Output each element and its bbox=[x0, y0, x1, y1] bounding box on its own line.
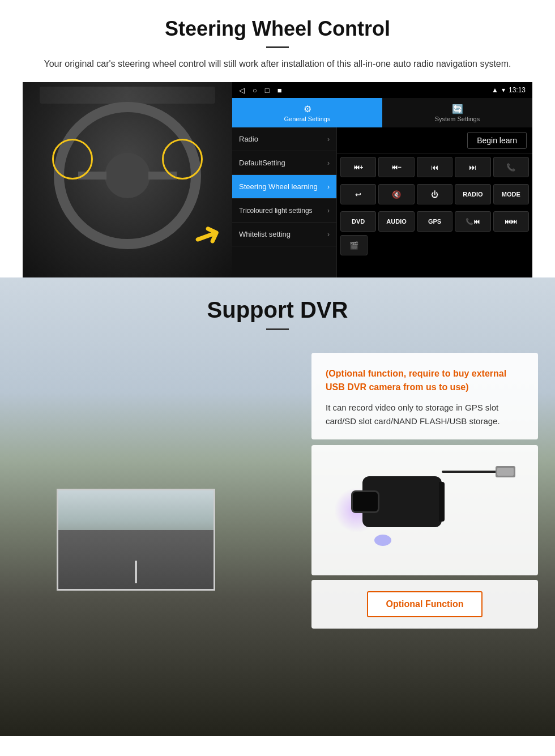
dvr-description: It can record video only to storage in G… bbox=[326, 401, 524, 428]
ctrl-phone-prev[interactable]: 📞⏮ bbox=[455, 211, 490, 232]
ctrl-audio[interactable]: AUDIO bbox=[378, 211, 414, 232]
dvr-optional-note: (Optional function, require to buy exter… bbox=[326, 367, 524, 394]
android-content: Radio › DefaultSetting › Steering Wheel … bbox=[232, 127, 532, 277]
status-time: 13:13 bbox=[509, 86, 526, 94]
dvr-thumbnail-photo bbox=[57, 489, 215, 591]
ctrl-radio-btn[interactable]: RADIO bbox=[455, 184, 490, 204]
tab-system-settings[interactable]: 🔄 System Settings bbox=[382, 98, 532, 127]
steering-button-left-circle bbox=[52, 139, 93, 180]
optional-fn-container: Optional Function bbox=[311, 580, 538, 629]
main-title: Steering Wheel Control bbox=[23, 17, 532, 41]
menu-item-radio[interactable]: Radio › bbox=[232, 127, 336, 151]
ctrl-back[interactable]: ↩ bbox=[340, 184, 376, 204]
tab-general-label: General Settings bbox=[284, 116, 331, 122]
chevron-right-icon: › bbox=[327, 183, 330, 191]
android-statusbar: ◁ ○ □ ■ ▲ ▾ 13:13 bbox=[232, 82, 532, 98]
ctrl-extra[interactable]: 🎬 bbox=[340, 235, 368, 255]
ctrl-next-track[interactable]: ⏭ bbox=[455, 157, 490, 177]
android-status-right: ▲ ▾ 13:13 bbox=[492, 86, 526, 94]
begin-learn-row: Begin learn bbox=[337, 127, 532, 153]
gear-icon: ⚙ bbox=[304, 104, 311, 114]
camera-lens bbox=[351, 490, 379, 513]
dvr-camera-image bbox=[311, 445, 538, 575]
control-buttons-row1: ⏮+ ⏮− ⏮ ⏭ 📞 bbox=[337, 153, 532, 181]
ctrl-mode[interactable]: MODE bbox=[493, 184, 529, 204]
chevron-right-icon: › bbox=[327, 207, 330, 215]
steering-wheel-section: Steering Wheel Control Your original car… bbox=[0, 0, 555, 277]
menu-tricoloured-label: Tricoloured light settings bbox=[239, 207, 313, 215]
chevron-right-icon: › bbox=[327, 159, 330, 167]
chevron-right-icon: › bbox=[327, 230, 330, 238]
steering-demo: ➜ ◁ ○ □ ■ ▲ ▾ 13:13 ⚙ bbox=[23, 82, 532, 277]
ctrl-vol-down[interactable]: ⏮− bbox=[378, 157, 414, 177]
wifi-icon: ▾ bbox=[502, 86, 505, 94]
menu-item-tricoloured[interactable]: Tricoloured light settings › bbox=[232, 199, 336, 223]
camera-device bbox=[334, 454, 515, 567]
tab-system-label: System Settings bbox=[435, 116, 480, 122]
signal-icon: ▲ bbox=[492, 86, 498, 94]
dvr-right-panel: (Optional function, require to buy exter… bbox=[294, 341, 555, 693]
ctrl-prev-track[interactable]: ⏮ bbox=[417, 157, 452, 177]
menu-default-label: DefaultSetting bbox=[239, 159, 285, 167]
dvr-layout: (Optional function, require to buy exter… bbox=[0, 341, 555, 693]
back-icon[interactable]: ◁ bbox=[239, 86, 245, 95]
begin-learn-button[interactable]: Begin learn bbox=[467, 132, 527, 149]
ctrl-gps[interactable]: GPS bbox=[417, 211, 452, 232]
menu-steering-label: Steering Wheel learning bbox=[239, 182, 318, 191]
ctrl-vol-up[interactable]: ⏮+ bbox=[340, 157, 376, 177]
android-nav-icons: ◁ ○ □ ■ bbox=[239, 86, 282, 95]
android-left-menu: Radio › DefaultSetting › Steering Wheel … bbox=[232, 127, 337, 277]
system-icon: 🔄 bbox=[452, 104, 463, 114]
ctrl-power[interactable]: ⏻ bbox=[417, 184, 452, 204]
control-buttons-row3: DVD AUDIO GPS 📞⏮ ⏮⏭ bbox=[337, 208, 532, 235]
dvr-title: Support DVR bbox=[23, 297, 532, 323]
chevron-right-icon: › bbox=[327, 135, 330, 143]
ctrl-bottom-row: 🎬 bbox=[337, 235, 532, 259]
dvr-left-panel bbox=[0, 341, 294, 693]
android-controls: Begin learn ⏮+ ⏮− ⏮ ⏭ 📞 ↩ 🔇 ⏻ bbox=[337, 127, 532, 277]
ctrl-dvd[interactable]: DVD bbox=[340, 211, 376, 232]
optional-function-button[interactable]: Optional Function bbox=[367, 591, 483, 617]
ctrl-prev-next[interactable]: ⏮⏭ bbox=[493, 211, 529, 232]
dvr-info-box: (Optional function, require to buy exter… bbox=[311, 353, 538, 439]
ctrl-mute[interactable]: 🔇 bbox=[378, 184, 414, 204]
section2-divider bbox=[266, 328, 289, 330]
usb-plug bbox=[496, 466, 515, 477]
recents-icon[interactable]: □ bbox=[265, 86, 270, 95]
section2-content: Support DVR bbox=[0, 277, 555, 330]
title-divider bbox=[266, 46, 289, 48]
ctrl-phone[interactable]: 📞 bbox=[493, 157, 529, 177]
dvr-section: Support DVR (Optional function, require … bbox=[0, 277, 555, 736]
camera-lens-inner bbox=[374, 535, 391, 546]
menu-item-default-setting[interactable]: DefaultSetting › bbox=[232, 151, 336, 175]
subtitle-text: Your original car's steering wheel contr… bbox=[34, 57, 521, 71]
android-panel: ◁ ○ □ ■ ▲ ▾ 13:13 ⚙ General Settings bbox=[232, 82, 532, 277]
home-icon[interactable]: ○ bbox=[253, 86, 257, 95]
control-buttons-row2: ↩ 🔇 ⏻ RADIO MODE bbox=[337, 181, 532, 208]
menu-radio-label: Radio bbox=[239, 135, 258, 143]
menu-item-whitelist[interactable]: Whitelist setting › bbox=[232, 223, 336, 246]
tab-general-settings[interactable]: ⚙ General Settings bbox=[232, 98, 382, 127]
menu-icon[interactable]: ■ bbox=[278, 86, 282, 95]
menu-item-steering-wheel[interactable]: Steering Wheel learning › bbox=[232, 175, 336, 199]
steering-photo: ➜ bbox=[23, 82, 232, 277]
steering-button-right-circle bbox=[162, 139, 203, 180]
android-tabs: ⚙ General Settings 🔄 System Settings bbox=[232, 98, 532, 127]
menu-whitelist-label: Whitelist setting bbox=[239, 230, 291, 238]
thumbnail-road-line bbox=[135, 561, 137, 583]
